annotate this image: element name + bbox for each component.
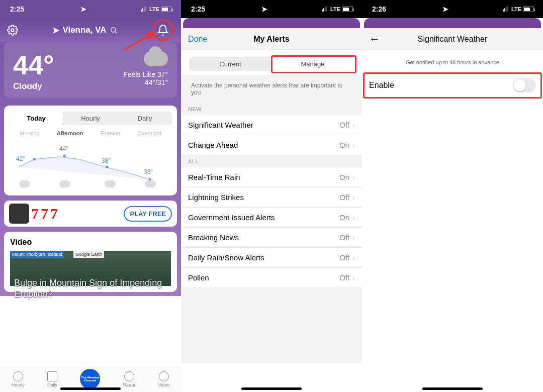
seg-manage[interactable]: Manage xyxy=(272,57,354,71)
alert-row-change-ahead[interactable]: Change AheadOn› xyxy=(181,135,362,155)
temp-chart: 42° 44° 38° 33° xyxy=(9,139,172,189)
seg-current[interactable]: Current xyxy=(189,57,272,71)
enable-toggle[interactable] xyxy=(513,78,536,92)
current-condition: Cloudy xyxy=(13,81,54,91)
seg-today[interactable]: Today xyxy=(9,112,63,125)
play-icon xyxy=(159,371,169,381)
enable-label: Enable xyxy=(369,81,394,90)
seg-daily[interactable]: Daily xyxy=(118,112,172,125)
status-bar: 2:25➤ LTE xyxy=(0,0,181,18)
chevron-right-icon: › xyxy=(352,141,355,149)
signal-icon xyxy=(141,7,148,12)
tab-video[interactable]: Video xyxy=(158,371,169,387)
cloud-icon xyxy=(59,180,70,187)
daypart-overnight[interactable]: Overnight xyxy=(137,130,161,136)
cloud-icon xyxy=(105,180,116,187)
location-arrow-icon: ➤ xyxy=(80,5,86,13)
location-arrow-icon: ➤ xyxy=(442,5,448,13)
video-header: Video xyxy=(10,238,171,247)
chart-value-0: 42° xyxy=(16,155,25,162)
network-label: LTE xyxy=(149,6,159,12)
video-chip-location: Mount Thorbjorn, Iceland xyxy=(10,251,64,258)
location-label[interactable]: ➤ Vienna, VA xyxy=(52,25,117,36)
svg-point-1 xyxy=(111,28,115,32)
ad-logo-icon xyxy=(9,204,29,224)
settings-icon[interactable] xyxy=(7,25,18,36)
section-header-new: NEW xyxy=(181,103,362,115)
daypart-evening[interactable]: Evening xyxy=(100,130,120,136)
chevron-right-icon: › xyxy=(352,121,355,129)
battery-icon xyxy=(342,7,353,12)
battery-icon xyxy=(523,7,534,12)
current-temp: 44° xyxy=(13,51,54,78)
calendar-icon xyxy=(47,371,57,381)
home-indicator[interactable] xyxy=(241,387,302,390)
alert-row-lightning[interactable]: Lightning StrikesOff› xyxy=(181,187,362,208)
subtitle-text: Get notified up to 48 hours in advance xyxy=(362,50,543,74)
enable-row: Enable xyxy=(362,74,543,96)
signal-icon xyxy=(322,7,329,12)
chevron-right-icon: › xyxy=(352,193,355,202)
alert-row-breaking-news[interactable]: Breaking NewsOff› xyxy=(181,228,362,248)
signal-icon xyxy=(503,7,510,12)
done-button[interactable]: Done xyxy=(188,35,207,44)
twc-logo-icon: The Weather Channel xyxy=(80,369,100,389)
chevron-right-icon: › xyxy=(352,273,355,282)
chevron-right-icon: › xyxy=(352,173,355,181)
search-icon[interactable] xyxy=(110,26,118,34)
location-pin-icon: ➤ xyxy=(52,25,59,36)
video-chip-source: Google Earth xyxy=(73,251,104,258)
chart-value-3: 33° xyxy=(144,168,153,175)
tab-hourly[interactable]: Hourly xyxy=(12,371,25,387)
cloud-icon xyxy=(19,180,30,187)
svg-line-2 xyxy=(115,32,117,33)
svg-point-0 xyxy=(11,29,14,32)
daypart-morning[interactable]: Morning xyxy=(20,130,40,136)
hint-text: Activate the personal weather alerts tha… xyxy=(181,75,362,103)
home-indicator[interactable] xyxy=(422,387,483,390)
alerts-segmented-control[interactable]: Current Manage xyxy=(189,57,354,71)
ad-banner[interactable]: 7 7 7 PLAY FREE xyxy=(4,201,177,227)
section-header-all: ALL xyxy=(181,155,362,167)
alert-row-significant-weather[interactable]: Significant WeatherOff› xyxy=(181,115,362,135)
forecast-card: Today Hourly Daily Morning Afternoon Eve… xyxy=(4,106,177,195)
status-time: 2:26 xyxy=(372,5,386,13)
page-title: My Alerts xyxy=(253,35,289,44)
alert-row-realtime-rain[interactable]: Real-Time RainOn› xyxy=(181,167,362,187)
tab-home[interactable]: The Weather Channel xyxy=(80,369,100,390)
slot-seven-icon: 7 xyxy=(41,205,48,222)
tab-radar[interactable]: Radar xyxy=(123,371,136,387)
network-label: LTE xyxy=(511,6,521,12)
forecast-segmented-control[interactable]: Today Hourly Daily xyxy=(9,112,172,125)
current-conditions-card[interactable]: 44° Cloudy Feels Like 37° 44°/31° xyxy=(4,42,177,97)
modal-header: Done My Alerts xyxy=(181,28,362,50)
status-bar: 2:26➤ LTE xyxy=(362,0,543,18)
chart-value-2: 38° xyxy=(102,157,111,164)
video-card[interactable]: Video Mount Thorbjorn, Iceland Google Ea… xyxy=(4,232,177,292)
slot-seven-icon: 7 xyxy=(50,205,58,222)
status-time: 2:25 xyxy=(191,5,205,13)
alert-row-government[interactable]: Government Issued AlertsOn› xyxy=(181,208,362,228)
alert-row-pollen[interactable]: PollenOff› xyxy=(181,268,362,288)
tab-daily[interactable]: Daily xyxy=(47,371,57,387)
alert-row-daily-rain-snow[interactable]: Daily Rain/Snow AlertsOff› xyxy=(181,248,362,268)
svg-point-6 xyxy=(63,155,66,157)
home-indicator[interactable] xyxy=(60,387,121,390)
ad-play-button[interactable]: PLAY FREE xyxy=(124,206,172,222)
network-label: LTE xyxy=(330,6,340,12)
back-arrow-icon[interactable]: ← xyxy=(369,33,380,46)
cloud-icon xyxy=(145,180,156,187)
page-title: Significant Weather xyxy=(418,35,487,44)
video-title: Bulge in Mountain Sign of Impending Erup… xyxy=(14,278,177,300)
chart-value-1: 44° xyxy=(59,145,68,152)
phone-my-alerts: 2:25➤ LTE Done My Alerts Current Manage … xyxy=(181,0,362,392)
radar-icon xyxy=(124,371,134,381)
battery-icon xyxy=(161,7,172,12)
cloud-icon xyxy=(144,51,168,66)
status-right: LTE xyxy=(141,6,172,12)
slot-seven-icon: 7 xyxy=(31,205,39,222)
phone-significant-weather: 2:26➤ LTE ← Significant Weather Get noti… xyxy=(362,0,543,392)
daypart-afternoon[interactable]: Afternoon xyxy=(57,130,83,136)
seg-hourly[interactable]: Hourly xyxy=(63,112,118,125)
daypart-labels: Morning Afternoon Evening Overnight xyxy=(9,130,172,139)
